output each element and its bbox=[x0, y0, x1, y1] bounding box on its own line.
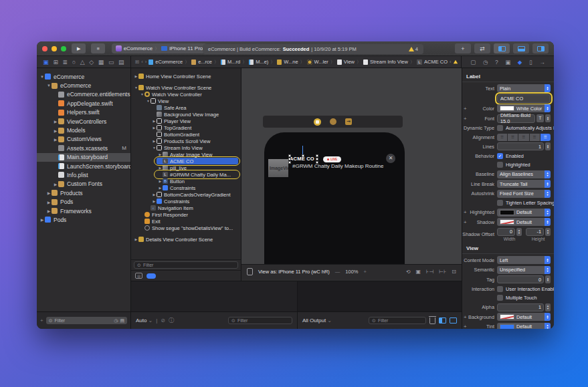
outline-row[interactable]: L#GRWM Chatty Daily Ma... bbox=[131, 171, 241, 178]
variables-scope-popup[interactable]: Auto⌄ bbox=[136, 317, 153, 324]
enabled-checkbox[interactable]: ✓ bbox=[497, 153, 503, 159]
minimize-window-button[interactable] bbox=[52, 46, 57, 51]
multiple-touch-checkbox[interactable] bbox=[497, 295, 503, 301]
outline-row[interactable]: ▶Avatar Image View bbox=[131, 151, 241, 158]
outline-row[interactable]: ▼Stream Info View bbox=[131, 144, 241, 151]
shadow-color-popup[interactable]: Default▲▼ bbox=[497, 218, 551, 226]
alignment-segment[interactable]: ☰ bbox=[518, 134, 528, 141]
view-as-button[interactable]: View as: iPhone 11 Pro (wC hR) bbox=[258, 269, 330, 275]
info-icon[interactable]: ⓘ bbox=[169, 317, 174, 324]
toggle-inspector-button[interactable] bbox=[532, 43, 549, 53]
semantic-popup[interactable]: Unspecified▲▼ bbox=[497, 266, 551, 274]
disclosure-icon[interactable]: ▼ bbox=[140, 92, 144, 96]
imageview-placeholder[interactable]: ImageVie bbox=[268, 159, 288, 177]
hide-outline-icon[interactable]: ▤ bbox=[135, 273, 142, 279]
toggle-debug-area-button[interactable] bbox=[513, 43, 529, 53]
issue-badge[interactable]: 4 bbox=[409, 46, 418, 52]
report-navigator-tab[interactable]: ▤ bbox=[118, 59, 124, 66]
outline-row[interactable]: ▶BButton bbox=[131, 178, 241, 184]
disclosure-icon[interactable]: ▶ bbox=[53, 119, 58, 124]
color-color-popup[interactable]: White Color▲▼ bbox=[497, 104, 551, 112]
close-window-button[interactable] bbox=[42, 46, 47, 51]
file-row[interactable]: ▶Frameworks bbox=[37, 207, 130, 215]
jumpbar-item[interactable]: Stream Info View bbox=[370, 59, 408, 65]
stepper-control[interactable]: ▲▼ bbox=[516, 228, 522, 236]
disclosure-icon[interactable]: ▶ bbox=[53, 182, 58, 186]
jumpbar-item[interactable]: M...rd bbox=[227, 59, 240, 65]
outline-row[interactable]: ▼Watch View Controller Scene bbox=[131, 84, 241, 91]
add-constraints-icon[interactable]: ⊢⊦ bbox=[439, 269, 446, 275]
add-variation-button[interactable]: + bbox=[464, 209, 467, 215]
disclosure-icon[interactable]: ▶ bbox=[46, 209, 52, 213]
disclosure-icon[interactable]: ▶ bbox=[39, 217, 45, 222]
view-controller-icon[interactable] bbox=[314, 118, 321, 126]
device-preview[interactable]: ImageVie ACME CO LIVE #GRWM Chatt bbox=[264, 132, 405, 264]
alpha-field[interactable]: 1 bbox=[497, 303, 544, 311]
clear-console-icon[interactable] bbox=[429, 317, 435, 324]
resize-handle[interactable] bbox=[316, 158, 318, 160]
disclosure-icon[interactable]: ▶ bbox=[158, 152, 163, 156]
outline-row[interactable]: ▶Home View Controller Scene bbox=[131, 73, 241, 80]
navigator-filter-input[interactable]: ⊙ Filter ◷ ▤ bbox=[46, 317, 127, 324]
find-navigator-tab[interactable]: ○ bbox=[72, 59, 76, 66]
outline-row[interactable]: ▶BottomCardsOverlayGradient bbox=[131, 191, 241, 198]
alignment-segment[interactable]: ☰ bbox=[508, 134, 518, 141]
file-inspector-tab[interactable]: ▢ bbox=[470, 59, 476, 66]
font-picker-icon[interactable]: T bbox=[536, 114, 544, 122]
file-row[interactable]: eCommerce.entitlements bbox=[37, 90, 130, 99]
alignment-segment[interactable]: ☰ bbox=[497, 134, 507, 141]
file-row[interactable]: Helpers.swift bbox=[37, 108, 130, 117]
file-row[interactable]: Assets.xcassetsM bbox=[37, 144, 130, 152]
library-add-button[interactable]: + bbox=[455, 43, 471, 53]
outline-row[interactable]: BottomGradient bbox=[131, 131, 241, 138]
issue-navigator-tab[interactable]: △ bbox=[80, 59, 85, 66]
disclosure-icon[interactable]: ▶ bbox=[152, 126, 157, 130]
disclosure-icon[interactable]: ▶ bbox=[46, 190, 52, 195]
add-variation-button[interactable]: + bbox=[464, 116, 467, 122]
automatically-adjusts-font-checkbox[interactable] bbox=[497, 125, 503, 131]
add-variation-button[interactable]: + bbox=[464, 106, 467, 112]
outline-row[interactable]: ▼Watch View Controller bbox=[131, 91, 241, 98]
back-icon[interactable]: ‹ bbox=[141, 59, 143, 65]
lines-field[interactable]: 1 bbox=[497, 142, 544, 150]
width-field[interactable]: 0 bbox=[497, 228, 515, 236]
symbol-navigator-tab[interactable]: ≣ bbox=[63, 59, 68, 66]
highlighted-checkbox[interactable] bbox=[497, 162, 503, 168]
identity-inspector-tab[interactable]: ▣ bbox=[505, 59, 510, 66]
outline-row[interactable]: ▶Constraints bbox=[131, 184, 241, 191]
outline-row[interactable]: ▶TopGradient bbox=[131, 124, 241, 131]
file-row[interactable]: Main.storyboard bbox=[37, 153, 130, 162]
add-variation-button[interactable]: + bbox=[464, 314, 467, 320]
disclosure-icon[interactable]: ▶ bbox=[53, 128, 58, 133]
embed-in-icon[interactable]: ▣ bbox=[415, 269, 421, 275]
align-icon[interactable]: ⊦⊣ bbox=[426, 269, 433, 275]
disclosure-icon[interactable]: ▶ bbox=[158, 179, 163, 183]
outline-row[interactable]: ▶pill_live bbox=[131, 164, 241, 171]
stop-button[interactable]: ■ bbox=[91, 43, 104, 53]
file-row[interactable]: AppDelegate.swift bbox=[37, 99, 130, 108]
disclosure-icon[interactable]: ▶ bbox=[152, 119, 157, 123]
background-color-popup[interactable]: Default▲▼ bbox=[497, 313, 551, 321]
connections-inspector-tab[interactable]: → bbox=[539, 59, 545, 66]
jumpbar-item[interactable]: W...ler bbox=[314, 59, 328, 65]
show-variables-toggle[interactable] bbox=[439, 317, 446, 324]
device-config-icon[interactable] bbox=[247, 268, 253, 275]
test-navigator-tab[interactable]: ◇ bbox=[89, 59, 94, 66]
resize-handle[interactable] bbox=[316, 154, 318, 157]
project-navigator-tab[interactable]: ▣ bbox=[43, 59, 49, 66]
jumpbar-item[interactable]: M...e) bbox=[256, 59, 268, 65]
outline-row[interactable]: ‹Navigation Item bbox=[131, 205, 241, 211]
disclosure-icon[interactable]: ▶ bbox=[134, 74, 138, 78]
resolve-autolayout-icon[interactable]: ⊡ bbox=[452, 269, 456, 275]
file-row[interactable]: Info.plist bbox=[37, 170, 130, 179]
zoom-in-button[interactable]: + bbox=[364, 269, 367, 275]
stepper-control[interactable]: ▲▼ bbox=[545, 275, 551, 283]
first-responder-icon[interactable] bbox=[330, 118, 336, 125]
disclosure-icon[interactable]: ▼ bbox=[134, 86, 138, 90]
jumpbar-item[interactable]: eCommerce bbox=[155, 59, 183, 65]
forward-icon[interactable]: › bbox=[145, 59, 147, 65]
file-row[interactable]: ▼eCommerce bbox=[37, 72, 130, 81]
file-row[interactable]: ▶ViewControllers bbox=[37, 117, 130, 126]
quick-help-inspector-tab[interactable]: ? bbox=[495, 59, 498, 66]
stepper-control[interactable]: ▲▼ bbox=[545, 142, 551, 150]
